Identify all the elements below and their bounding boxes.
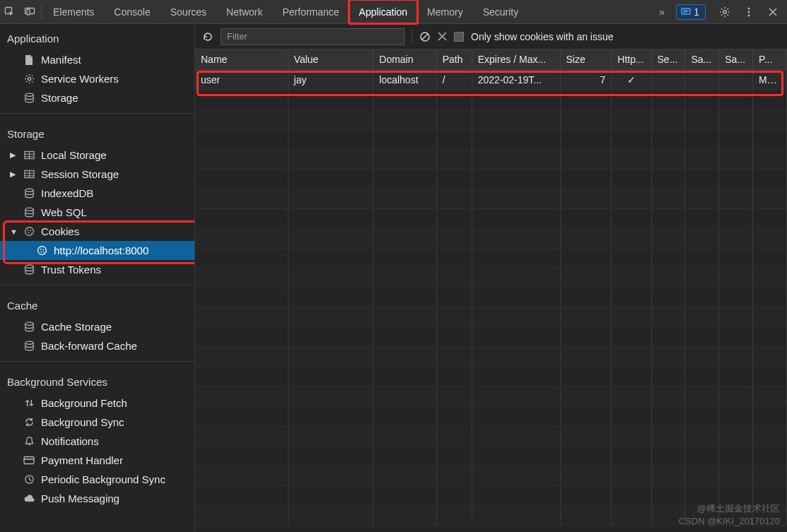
- svg-point-21: [25, 208, 33, 211]
- tab-network[interactable]: Network: [216, 0, 272, 23]
- table-row: [195, 328, 787, 348]
- tab-console[interactable]: Console: [104, 0, 160, 23]
- sidebar-item-cookies[interactable]: ▼ Cookies: [0, 222, 194, 241]
- col-value[interactable]: Value: [288, 49, 373, 70]
- clock-icon: [23, 474, 35, 485]
- table-row: [195, 486, 787, 506]
- svg-rect-2: [27, 9, 30, 15]
- arrows-updown-icon: [23, 398, 35, 408]
- sidebar-item-storage[interactable]: Storage: [0, 88, 194, 107]
- sidebar-item-manifest[interactable]: Manifest: [0, 50, 194, 69]
- svg-line-39: [422, 33, 428, 39]
- col-samesite[interactable]: Sa...: [685, 49, 719, 70]
- sidebar-item-trust-tokens[interactable]: Trust Tokens: [0, 260, 194, 279]
- svg-point-28: [40, 249, 41, 250]
- delete-selected-icon[interactable]: [438, 32, 447, 41]
- sidebar-item-local-storage[interactable]: ▶ Local Storage: [0, 146, 194, 165]
- database-icon: [23, 321, 35, 332]
- col-expires[interactable]: Expires / Max...: [472, 49, 560, 70]
- table-row: [195, 110, 787, 130]
- svg-point-22: [25, 227, 33, 236]
- table-row: [195, 170, 787, 189]
- cloud-icon: [23, 495, 35, 503]
- svg-point-31: [43, 252, 45, 253]
- table-row[interactable]: userjaylocalhost/2022-02-19T...7✓Me...: [195, 70, 787, 90]
- table-row: [195, 367, 787, 387]
- expand-icon[interactable]: ▶: [10, 170, 17, 179]
- svg-rect-35: [24, 457, 34, 464]
- table-row: [195, 90, 787, 110]
- sidebar-item-cache-storage[interactable]: Cache Storage: [0, 317, 194, 336]
- table-row: [195, 427, 787, 447]
- svg-point-7: [748, 7, 750, 9]
- col-path[interactable]: Path: [436, 49, 472, 70]
- section-background-services: Background Services: [0, 367, 194, 394]
- cookies-toolbar: Only show cookies with an issue: [195, 24, 787, 49]
- sidebar-item-indexeddb[interactable]: IndexedDB: [0, 184, 194, 203]
- tab-performance[interactable]: Performance: [272, 0, 349, 23]
- sync-icon: [23, 417, 35, 427]
- svg-point-20: [25, 189, 33, 191]
- col-size[interactable]: Size: [560, 49, 612, 70]
- database-icon: [23, 207, 35, 218]
- svg-point-27: [37, 247, 46, 255]
- svg-point-30: [40, 251, 42, 252]
- devtools-tabbar: Elements Console Sources Network Perform…: [0, 0, 787, 24]
- svg-point-9: [748, 14, 750, 16]
- issues-badge[interactable]: 1: [676, 4, 706, 20]
- close-devtools-icon[interactable]: [763, 8, 783, 16]
- section-application: Application: [0, 24, 194, 50]
- bell-icon: [23, 436, 35, 447]
- col-httponly[interactable]: Http...: [612, 49, 651, 70]
- refresh-icon[interactable]: [202, 31, 214, 42]
- inspect-element-icon[interactable]: [0, 0, 20, 23]
- database-icon: [23, 341, 35, 351]
- cookie-icon: [23, 226, 35, 237]
- device-toolbar-icon[interactable]: [20, 0, 40, 23]
- expand-icon[interactable]: ▶: [10, 150, 17, 160]
- col-sameparty[interactable]: Sa...: [719, 49, 753, 70]
- sidebar-item-session-storage[interactable]: ▶ Session Storage: [0, 165, 194, 184]
- tab-memory[interactable]: Memory: [417, 0, 473, 23]
- sidebar-item-push-messaging[interactable]: Push Messaging: [0, 489, 194, 508]
- sidebar-item-bg-fetch[interactable]: Background Fetch: [0, 394, 194, 413]
- sidebar-item-periodic-sync[interactable]: Periodic Background Sync: [0, 470, 194, 489]
- database-icon: [23, 264, 35, 275]
- sidebar-item-bg-sync[interactable]: Background Sync: [0, 413, 194, 432]
- col-priority[interactable]: P...: [753, 49, 787, 70]
- only-issue-checkbox[interactable]: [454, 32, 464, 42]
- svg-point-29: [42, 249, 44, 251]
- table-header-row: Name Value Domain Path Expires / Max... …: [195, 49, 787, 70]
- clear-all-icon[interactable]: [419, 31, 431, 42]
- col-domain[interactable]: Domain: [373, 49, 436, 70]
- sidebar-item-websql[interactable]: Web SQL: [0, 203, 194, 222]
- svg-point-6: [723, 10, 727, 13]
- table-row: [195, 150, 787, 170]
- tab-sources[interactable]: Sources: [161, 0, 216, 23]
- application-sidebar: Application Manifest Service Workers Sto…: [0, 24, 195, 532]
- sidebar-item-bf-cache[interactable]: Back-forward Cache: [0, 336, 194, 355]
- sidebar-item-service-workers[interactable]: Service Workers: [0, 69, 194, 88]
- kebab-menu-icon[interactable]: [739, 7, 759, 17]
- col-secure[interactable]: Se...: [651, 49, 685, 70]
- sidebar-item-payment-handler[interactable]: Payment Handler: [0, 451, 194, 470]
- col-name[interactable]: Name: [195, 49, 288, 70]
- sidebar-item-notifications[interactable]: Notifications: [0, 432, 194, 451]
- filter-input[interactable]: [221, 28, 404, 45]
- devtools-panel-tabs: Elements Console Sources Network Perform…: [43, 0, 528, 23]
- section-cache: Cache: [0, 291, 194, 317]
- more-tabs-icon[interactable]: »: [652, 6, 672, 18]
- tab-elements[interactable]: Elements: [43, 0, 104, 23]
- table-row: [195, 288, 787, 308]
- cookies-table[interactable]: Name Value Domain Path Expires / Max... …: [195, 49, 787, 532]
- table-icon: [23, 170, 35, 179]
- sidebar-item-cookies-origin[interactable]: http://localhost:8000: [0, 241, 194, 260]
- tab-application[interactable]: Application: [349, 0, 418, 23]
- settings-icon[interactable]: [715, 6, 735, 18]
- collapse-icon[interactable]: ▼: [10, 227, 17, 236]
- table-row: [195, 130, 787, 150]
- issues-count: 1: [694, 6, 699, 18]
- svg-point-10: [28, 77, 30, 80]
- credit-card-icon: [23, 456, 35, 465]
- tab-security[interactable]: Security: [473, 0, 529, 23]
